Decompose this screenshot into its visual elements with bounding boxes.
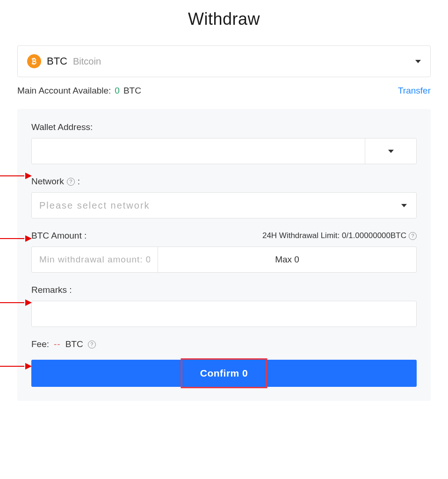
amount-row: BTC Amount : 24H Withdrawal Limit: 0/1.0… <box>31 231 417 273</box>
network-row: Network ? : Please select network <box>31 176 417 218</box>
fee-value: -- <box>54 339 61 349</box>
network-label-text: Network <box>31 176 64 187</box>
max-button[interactable]: Max 0 <box>158 247 416 272</box>
confirm-button[interactable]: Confirm 0 <box>31 360 417 387</box>
network-label: Network ? : <box>31 176 417 187</box>
remarks-row: Remarks : <box>31 285 417 327</box>
wallet-address-input[interactable] <box>32 138 365 164</box>
page-title: Withdraw <box>17 9 431 29</box>
help-icon[interactable]: ? <box>67 178 75 186</box>
network-select[interactable]: Please select network <box>31 192 417 218</box>
remarks-input[interactable] <box>31 301 417 327</box>
fee-row: Fee: -- BTC ? <box>31 339 417 349</box>
currency-display: BTC Bitcoin <box>27 54 101 68</box>
network-label-colon: : <box>78 176 80 187</box>
account-balance: 0 <box>115 86 120 96</box>
currency-selector[interactable]: BTC Bitcoin <box>17 45 431 77</box>
help-icon[interactable]: ? <box>409 232 417 240</box>
wallet-address-label: Wallet Address: <box>31 122 417 132</box>
withdraw-form-panel: Wallet Address: Network ? : Please selec… <box>17 109 431 401</box>
chevron-down-icon <box>401 204 407 207</box>
chevron-down-icon <box>388 150 394 153</box>
withdrawal-limit-text: 24H Withdrawal Limit: 0/1.00000000BTC <box>262 231 406 240</box>
bitcoin-icon <box>27 54 41 68</box>
confirm-button-label: Confirm 0 <box>200 368 248 378</box>
help-icon[interactable]: ? <box>88 341 96 348</box>
account-info-row: Main Account Available: 0 BTC Transfer <box>17 86 431 96</box>
wallet-address-group <box>31 138 417 164</box>
currency-symbol: BTC <box>47 55 67 67</box>
remarks-label: Remarks : <box>31 285 417 295</box>
amount-input-group: Max 0 <box>31 247 417 273</box>
transfer-link[interactable]: Transfer <box>398 86 431 96</box>
chevron-down-icon <box>415 60 421 63</box>
network-placeholder: Please select network <box>39 200 150 211</box>
account-available-label: Main Account Available: <box>17 86 111 96</box>
withdrawal-limit: 24H Withdrawal Limit: 0/1.00000000BTC ? <box>262 231 417 240</box>
fee-label: Fee: <box>31 339 49 349</box>
wallet-address-row: Wallet Address: <box>31 122 417 164</box>
fee-unit: BTC <box>65 339 83 349</box>
wallet-address-dropdown-button[interactable] <box>365 138 416 164</box>
amount-label: BTC Amount : <box>31 231 87 241</box>
currency-name: Bitcoin <box>73 56 101 67</box>
account-balance-unit: BTC <box>123 86 141 96</box>
amount-input[interactable] <box>32 247 158 272</box>
